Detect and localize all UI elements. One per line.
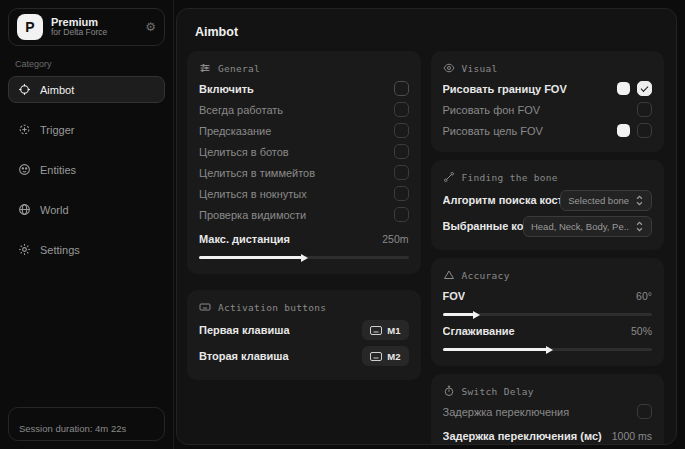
bones-card-header: Finding the bone [443, 171, 653, 183]
toggle-row: Целиться в ботов [199, 141, 409, 162]
toggle-label: Предсказание [199, 125, 271, 137]
chevron-updown-icon [635, 195, 644, 206]
keybind-label: Первая клавиша [199, 324, 290, 336]
visual-label: Рисовать цель FOV [443, 125, 543, 137]
bone-icon [443, 171, 455, 183]
gear-icon[interactable]: ⚙ [145, 20, 156, 34]
section-title: Finding the bone [462, 172, 558, 183]
smoothing-slider[interactable] [443, 348, 653, 351]
checkbox[interactable] [394, 144, 409, 159]
sliders-icon [199, 62, 211, 74]
toggle-label: Целиться в тиммейтов [199, 167, 315, 179]
sidebar-item-aimbot[interactable]: Aimbot [8, 76, 165, 103]
session-duration-text: Session duration: 4m 22s [19, 423, 126, 434]
toggle-row: Включить [199, 78, 409, 99]
checkbox[interactable] [637, 102, 652, 117]
dropdown-value: Selected bone [568, 195, 629, 206]
checkbox[interactable] [394, 81, 409, 96]
toggle-row: Задержка переключения [443, 401, 653, 422]
keyboard-icon [199, 301, 211, 313]
dropdown-value: Head, Neck, Body, Pe.. [531, 221, 629, 232]
toggle-label: Задержка переключения [443, 406, 570, 418]
slider-value: 1000 ms [612, 430, 652, 442]
fov-control: FOV 60° [443, 285, 653, 316]
sidebar-item-label: Trigger [40, 124, 74, 136]
slider-label: Задержка переключения (мс) [443, 430, 602, 442]
bone-algorithm-dropdown[interactable]: Selected bone [560, 190, 652, 211]
slider-header: FOV 60° [443, 285, 653, 306]
visual-row: Рисовать фон FOV [443, 99, 653, 120]
eye-icon [443, 62, 455, 74]
color-swatch[interactable] [617, 124, 630, 137]
sidebar-item-settings[interactable]: Settings [8, 236, 165, 263]
selected-bones-dropdown[interactable]: Head, Neck, Body, Pe.. [523, 216, 652, 237]
keybind-label: Вторая клавиша [199, 350, 289, 362]
sidebar-item-label: Settings [40, 244, 80, 256]
keyboard-icon [370, 352, 382, 361]
keybind-key: M1 [387, 325, 400, 336]
max-distance-slider[interactable] [199, 256, 409, 259]
sidebar-item-label: Entities [40, 164, 76, 176]
section-title: Accuracy [462, 270, 510, 281]
keybind-key: M2 [387, 351, 400, 362]
globe-icon [18, 203, 31, 216]
category-label: Category [15, 59, 165, 69]
section-title: Visual [462, 63, 498, 74]
checkbox[interactable] [637, 404, 652, 419]
dropdown-row: Выбранные кости Head, Neck, Body, Pe.. [443, 213, 653, 239]
checkbox[interactable] [394, 102, 409, 117]
switch-delay-control: Задержка переключения (мс) 1000 ms [443, 425, 653, 445]
toggle-label: Целиться в ботов [199, 146, 289, 158]
brand-logo: P [17, 14, 43, 40]
toggle-label: Проверка видимости [199, 209, 306, 221]
toggle-row: Целиться в тиммейтов [199, 162, 409, 183]
slider-label: Сглаживание [443, 325, 515, 337]
sidebar-item-trigger[interactable]: Trigger [8, 116, 165, 143]
accuracy-card: Accuracy FOV 60° Сглаживание 50% [431, 258, 665, 366]
checkbox[interactable] [394, 186, 409, 201]
slider-thumb[interactable] [473, 311, 480, 319]
checkbox[interactable] [394, 123, 409, 138]
checkbox[interactable] [637, 123, 652, 138]
slider-thumb[interactable] [546, 346, 553, 354]
fov-slider[interactable] [443, 313, 653, 316]
checkbox[interactable] [394, 207, 409, 222]
page-title: Aimbot [195, 25, 664, 39]
triangle-icon [443, 269, 455, 281]
color-swatch[interactable] [617, 103, 630, 116]
slider-header: Задержка переключения (мс) 1000 ms [443, 425, 653, 445]
visual-card-header: Visual [443, 62, 653, 74]
max-distance-control: Макс. дистанция 250m [199, 228, 409, 259]
chevron-updown-icon [635, 221, 644, 232]
slider-header: Макс. дистанция 250m [199, 228, 409, 249]
checkbox[interactable] [394, 165, 409, 180]
toggle-label: Целиться в нокнутых [199, 188, 307, 200]
timer-icon [443, 385, 455, 397]
visual-row: Рисовать границу FOV [443, 78, 653, 99]
color-swatch[interactable] [617, 82, 630, 95]
session-duration-card: Session duration: 4m 22s [8, 407, 165, 441]
general-card: General Включить Всегда работать Предска… [187, 51, 421, 274]
toggle-row: Предсказание [199, 120, 409, 141]
keybind-button-m1[interactable]: M1 [362, 320, 408, 340]
dropdown-label: Алгоритм поиска костей [443, 194, 561, 206]
sidebar-item-world[interactable]: World [8, 196, 165, 223]
slider-value: 50% [631, 325, 652, 337]
keybind-row: Первая клавиша M1 [199, 317, 409, 343]
smoothing-control: Сглаживание 50% [443, 320, 653, 351]
accuracy-card-header: Accuracy [443, 269, 653, 281]
checkbox[interactable] [637, 81, 652, 96]
toggle-label: Включить [199, 83, 254, 95]
visual-row: Рисовать цель FOV [443, 120, 653, 141]
brand-card: P Premium for Delta Force ⚙ [8, 8, 165, 46]
slider-label: Макс. дистанция [199, 233, 290, 245]
sidebar-item-entities[interactable]: Entities [8, 156, 165, 183]
slider-label: FOV [443, 290, 466, 302]
keybind-button-m2[interactable]: M2 [362, 346, 408, 366]
section-title: General [218, 63, 260, 74]
dropdown-label: Выбранные кости [443, 220, 523, 232]
toggle-row: Целиться в нокнутых [199, 183, 409, 204]
keyboard-icon [370, 326, 382, 335]
slider-thumb[interactable] [301, 254, 308, 262]
gear-icon [18, 243, 31, 256]
